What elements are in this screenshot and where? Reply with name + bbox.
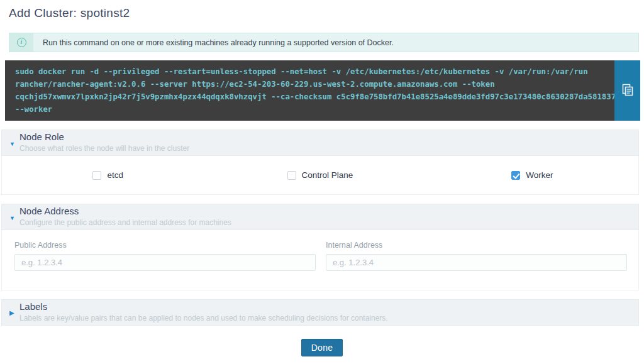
- section-header-labels[interactable]: ▶ Labels Labels are key/value pairs that…: [1, 299, 639, 326]
- section-header-node-address[interactable]: ▼ Node Address Configure the public addr…: [1, 204, 639, 230]
- page-title: Add Cluster: spotinst2: [9, 6, 644, 20]
- public-address-input[interactable]: [14, 254, 316, 271]
- public-address-label: Public Address: [14, 241, 316, 250]
- info-banner-text: Run this command on one or more existing…: [33, 33, 394, 52]
- info-icon: i: [17, 38, 26, 47]
- internal-address-input[interactable]: [326, 254, 627, 271]
- command-line: rancher/rancher-agent:v2.0.6 --server ht…: [15, 78, 604, 91]
- section-subtitle: Choose what roles the node will have in …: [19, 144, 189, 153]
- docker-command-text: sudo docker run -d --privileged --restar…: [5, 60, 614, 121]
- clipboard-icon: [622, 84, 633, 98]
- checkbox-control-plane[interactable]: [287, 171, 296, 180]
- command-line: cqchjd57xwmvx7lpxkn2jp42r7j5v9pzmhx4pzx4…: [15, 91, 604, 103]
- section-title: Node Address: [19, 206, 231, 218]
- info-banner: i Run this command on one or more existi…: [9, 33, 639, 52]
- role-option-control-plane[interactable]: Control Plane: [214, 170, 426, 180]
- add-cluster-page: Add Cluster: spotinst2 i Run this comman…: [0, 0, 644, 364]
- node-role-options: etcd Control Plane Worker: [1, 156, 639, 195]
- footer: Done: [0, 339, 644, 356]
- section-node-address: ▼ Node Address Configure the public addr…: [1, 204, 639, 290]
- node-address-form: Public Address Internal Address: [1, 230, 639, 290]
- role-option-label: Control Plane: [302, 170, 353, 180]
- checkbox-worker[interactable]: [511, 171, 520, 180]
- docker-command-block: sudo docker run -d --privileged --restar…: [5, 60, 640, 121]
- role-option-label: Worker: [526, 170, 553, 180]
- chevron-down-icon: ▼: [9, 215, 19, 221]
- command-line: sudo docker run -d --privileged --restar…: [15, 65, 604, 78]
- internal-address-label: Internal Address: [326, 241, 627, 250]
- section-node-role: ▼ Node Role Choose what roles the node w…: [1, 130, 639, 195]
- section-subtitle: Configure the public address and interna…: [19, 218, 231, 228]
- command-line: --worker: [15, 103, 604, 116]
- chevron-right-icon: ▶: [9, 309, 19, 316]
- info-banner-icon-cell: i: [9, 33, 33, 52]
- section-title: Node Role: [19, 131, 189, 143]
- internal-address-group: Internal Address: [326, 241, 627, 271]
- checkbox-etcd[interactable]: [92, 171, 101, 180]
- done-button[interactable]: Done: [301, 339, 343, 356]
- role-option-worker[interactable]: Worker: [426, 170, 638, 180]
- chevron-down-icon: ▼: [9, 141, 19, 147]
- role-option-label: etcd: [107, 170, 123, 180]
- section-header-node-role[interactable]: ▼ Node Role Choose what roles the node w…: [1, 130, 639, 156]
- section-labels: ▶ Labels Labels are key/value pairs that…: [1, 299, 639, 326]
- section-title: Labels: [19, 301, 388, 313]
- role-option-etcd[interactable]: etcd: [2, 170, 214, 180]
- section-subtitle: Labels are key/value pairs that can be a…: [19, 314, 388, 323]
- public-address-group: Public Address: [14, 241, 316, 271]
- copy-command-button[interactable]: [614, 60, 640, 121]
